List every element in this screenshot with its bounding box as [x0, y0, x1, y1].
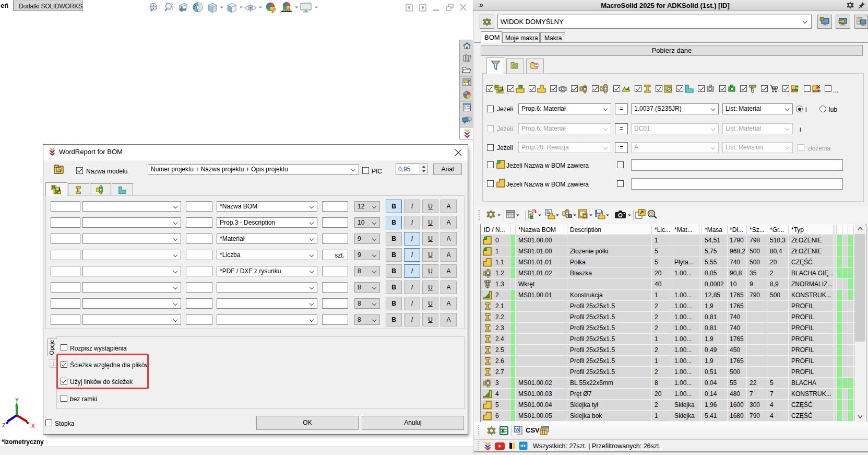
- svg-text:X: X: [31, 423, 35, 429]
- svg-text:ERP: ERP: [792, 89, 798, 92]
- svg-text:Z: Z: [2, 423, 5, 428]
- svg-text:BOM: BOM: [813, 89, 821, 92]
- svg-text:Y: Y: [15, 398, 19, 403]
- svg-text:W: W: [515, 427, 520, 432]
